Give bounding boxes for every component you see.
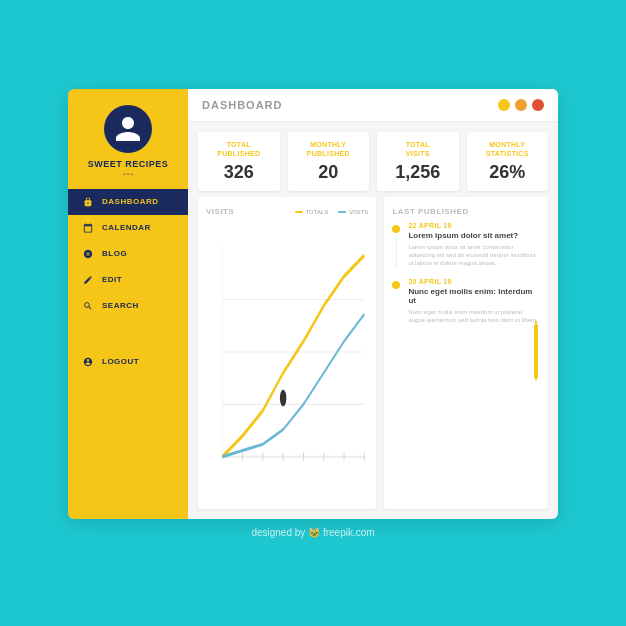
entry-date-0: 22 APRIL 18 [408, 222, 540, 229]
entry-dot-0 [392, 225, 400, 233]
svg-marker-14 [534, 377, 538, 381]
visits-chart [206, 226, 368, 499]
entry-0: 22 APRIL 18 Lorem ipsum dolor sit amet? … [392, 222, 540, 268]
stat-value-0: 326 [204, 162, 274, 183]
stat-value-1: 20 [294, 162, 364, 183]
close-button[interactable] [532, 99, 544, 111]
entry-title-0: Lorem ipsum dolor sit amet? [408, 231, 540, 240]
chart-legend: TOTALS VISITS [295, 209, 369, 215]
sidebar-item-dashboard[interactable]: DASHBOARD [68, 189, 188, 215]
stat-label-0: TOTAL PUBLISHED [204, 140, 274, 158]
legend-dot-yellow [295, 211, 303, 213]
sidebar-item-logout[interactable]: LOGOUT [68, 349, 188, 375]
lock-icon [82, 196, 94, 208]
visits-panel: VISITS TOTALS VISITS [198, 197, 376, 509]
entry-1: 20 APRIL 18 Nunc eget mollis enim: Inter… [392, 278, 540, 325]
window-controls [498, 99, 544, 111]
sidebar-label-dashboard: DASHBOARD [102, 197, 159, 206]
svg-rect-13 [534, 325, 538, 377]
stat-label-1: MONTHLY PUBLISHED [294, 140, 364, 158]
sidebar: SWEET RECIPES • • • DASHBOARD CALENDAR B… [68, 89, 188, 519]
legend-totals: TOTALS [295, 209, 329, 215]
chart-area [206, 226, 368, 499]
legend-dot-blue [338, 211, 346, 213]
entry-text-1: Nunc eget mollis enim interdum ut placer… [408, 308, 540, 325]
stat-total-visits: TOTAL VISITS 1,256 [377, 132, 459, 191]
stat-value-2: 1,256 [383, 162, 453, 183]
page-title: DASHBOARD [202, 99, 283, 111]
entry-text-0: Lorem ipsum dolor sit amet consectetur a… [408, 243, 540, 268]
sidebar-label-blog: BLOG [102, 249, 127, 258]
footer-credit: designed by 🐱 freepik.com [251, 527, 374, 538]
search-icon [82, 300, 94, 312]
logout-icon [82, 356, 94, 368]
blog-icon [82, 248, 94, 260]
dashboard-wrapper: SWEET RECIPES • • • DASHBOARD CALENDAR B… [68, 89, 558, 519]
stat-monthly-published: MONTHLY PUBLISHED 20 [288, 132, 370, 191]
sidebar-item-calendar[interactable]: CALENDAR [68, 215, 188, 241]
nav-list: DASHBOARD CALENDAR BLOG EDIT [68, 189, 188, 375]
entry-dot-col-0 [392, 222, 400, 268]
sidebar-label-edit: EDIT [102, 275, 122, 284]
sidebar-label-logout: LOGOUT [102, 357, 139, 366]
entry-title-1: Nunc eget mollis enim: Interdum ut [408, 287, 540, 305]
stat-monthly-statistics: MONTHLY STATISTICS 26% [467, 132, 549, 191]
avatar [104, 105, 152, 153]
entry-content-0: 22 APRIL 18 Lorem ipsum dolor sit amet? … [408, 222, 540, 268]
entry-line-0 [396, 236, 397, 268]
sidebar-item-edit[interactable]: EDIT [68, 267, 188, 293]
stat-label-2: TOTAL VISITS [383, 140, 453, 158]
entry-dot-1 [392, 281, 400, 289]
last-published-panel: LAST PUBLISHED 22 APRIL 18 Lorem ipsum d… [384, 197, 548, 509]
brand-sub: • • • [123, 171, 133, 177]
brand-name: SWEET RECIPES [88, 159, 169, 169]
entry-content-1: 20 APRIL 18 Nunc eget mollis enim: Inter… [408, 278, 540, 325]
sidebar-label-search: SEARCH [102, 301, 139, 310]
minimize-button[interactable] [498, 99, 510, 111]
entry-dot-col-1 [392, 278, 400, 325]
legend-label-totals: TOTALS [306, 209, 329, 215]
last-published-title: LAST PUBLISHED [392, 207, 540, 216]
legend-visits: VISITS [338, 209, 368, 215]
stat-value-3: 26% [473, 162, 543, 183]
sidebar-item-blog[interactable]: BLOG [68, 241, 188, 267]
stats-row: TOTAL PUBLISHED 326 MONTHLY PUBLISHED 20… [188, 122, 558, 197]
stat-label-3: MONTHLY STATISTICS [473, 140, 543, 158]
header: DASHBOARD [188, 89, 558, 122]
main-content: DASHBOARD TOTAL PUBLISHED 326 MONTHLY PU… [188, 89, 558, 519]
maximize-button[interactable] [515, 99, 527, 111]
bottom-panels: VISITS TOTALS VISITS [188, 197, 558, 519]
stat-total-published: TOTAL PUBLISHED 326 [198, 132, 280, 191]
legend-label-visits: VISITS [349, 209, 368, 215]
chart-intersection-dot [280, 389, 286, 406]
entry-date-1: 20 APRIL 18 [408, 278, 540, 285]
sidebar-item-search[interactable]: SEARCH [68, 293, 188, 319]
svg-rect-12 [535, 321, 537, 325]
sidebar-label-calendar: CALENDAR [102, 223, 151, 232]
pencil-icon [532, 321, 540, 385]
user-icon [113, 114, 143, 144]
visits-panel-title: VISITS [206, 207, 234, 216]
edit-icon [82, 274, 94, 286]
calendar-icon [82, 222, 94, 234]
